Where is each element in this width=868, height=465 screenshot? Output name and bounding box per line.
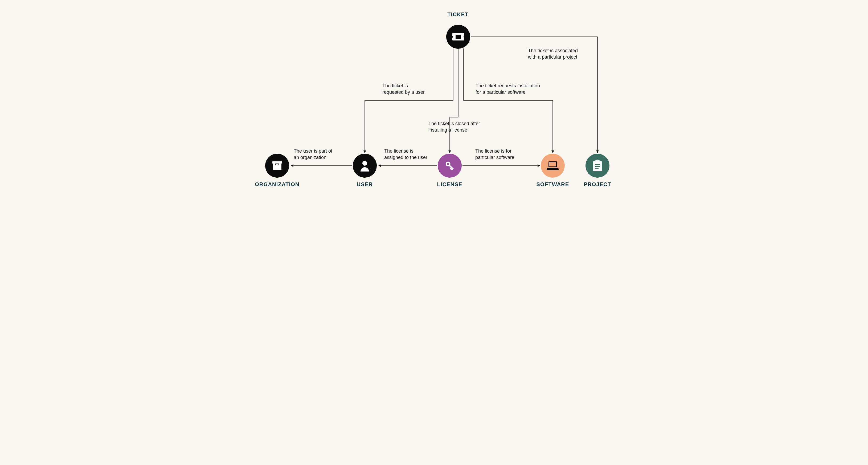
node-title-organization: ORGANIZATION xyxy=(253,181,301,187)
edge-label-ticket-to-license: The ticket is closed after installing a … xyxy=(428,120,480,133)
node-ticket xyxy=(446,25,470,49)
node-user xyxy=(353,154,377,178)
edge-ticket-to-license xyxy=(450,49,458,153)
edge-label-user-to-org: The user is part of an organization xyxy=(294,148,332,161)
node-software xyxy=(541,154,565,178)
laptop-icon xyxy=(546,160,559,171)
svg-rect-11 xyxy=(549,162,556,166)
edge-ticket-to-user xyxy=(365,49,453,153)
svg-rect-17 xyxy=(595,168,598,169)
node-organization xyxy=(265,154,289,178)
node-license xyxy=(438,154,462,178)
edge-label-license-to-user: The license is assigned to the user xyxy=(384,148,427,161)
node-title-project: PROJECT xyxy=(583,181,612,187)
organization-icon xyxy=(271,160,283,172)
key-icon xyxy=(443,159,456,172)
edge-label-ticket-to-software: The ticket requests installation for a p… xyxy=(475,83,540,96)
edge-label-license-to-software: The license is for particular software xyxy=(475,148,515,161)
svg-rect-15 xyxy=(595,164,600,165)
svg-rect-2 xyxy=(273,163,275,170)
edge-label-ticket-to-project: The ticket is associated with a particul… xyxy=(528,48,578,60)
svg-rect-16 xyxy=(595,166,600,167)
diagram-canvas: The ticket is requested by a user The ti… xyxy=(234,0,634,214)
svg-rect-1 xyxy=(272,161,282,163)
node-project xyxy=(586,154,610,178)
edge-ticket-to-software xyxy=(464,49,553,153)
ticket-icon xyxy=(453,33,464,40)
svg-rect-3 xyxy=(279,163,281,170)
node-title-ticket: TICKET xyxy=(439,11,476,18)
user-icon xyxy=(360,160,370,172)
svg-point-4 xyxy=(362,161,367,166)
edge-label-ticket-to-user: The ticket is requested by a user xyxy=(382,83,425,96)
svg-point-14 xyxy=(597,160,598,161)
clipboard-icon xyxy=(592,159,603,172)
node-title-software: SOFTWARE xyxy=(535,181,570,187)
node-title-user: USER xyxy=(351,181,378,187)
svg-rect-0 xyxy=(456,35,461,39)
node-title-license: LICENSE xyxy=(434,181,466,187)
